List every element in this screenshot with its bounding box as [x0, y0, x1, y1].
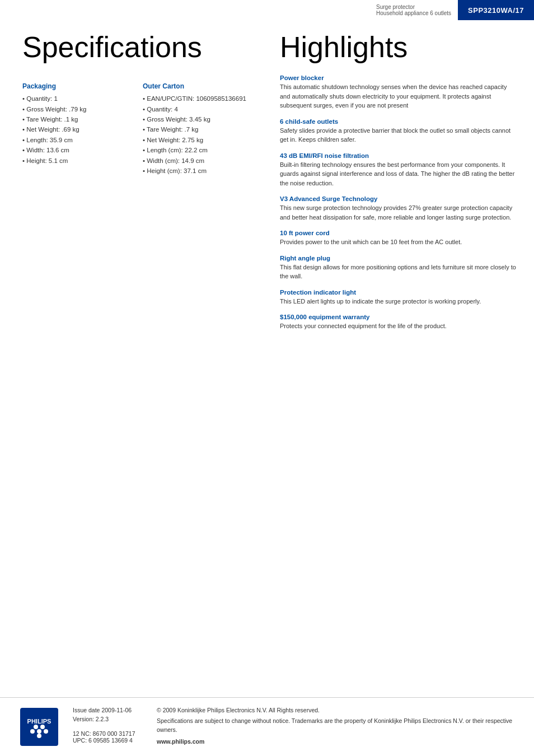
list-item: Tare Weight: .7 kg — [143, 124, 252, 134]
header-bar: Surge protector Household appliance 6 ou… — [0, 0, 534, 20]
specs-columns: Packaging Quantity: 1Gross Weight: .79 k… — [22, 74, 252, 176]
version-value: 2.2.3 — [96, 716, 109, 722]
highlight-item: Protection indicator lightThis LED alert… — [280, 289, 517, 306]
svg-point-3 — [30, 729, 35, 734]
highlight-title: $150,000 equipment warranty — [280, 314, 517, 320]
list-item: Width: 13.6 cm — [22, 145, 132, 155]
upc-value: UPC: 6 09585 13669 4 — [73, 737, 146, 744]
list-item: Length (cm): 22.2 cm — [143, 145, 252, 155]
highlight-title: Right angle plug — [280, 255, 517, 262]
issue-date-label: Issue date — [73, 707, 101, 713]
footer-legal: © 2009 Koninklijke Philips Electronics N… — [157, 707, 517, 745]
philips-logo-svg: PHILIPS — [19, 707, 59, 747]
highlight-item: 10 ft power cordProvides power to the un… — [280, 230, 517, 247]
svg-point-5 — [34, 725, 38, 729]
list-item: Width (cm): 14.9 cm — [143, 156, 252, 166]
highlight-desc: This LED alert lights up to indicate the… — [280, 297, 517, 306]
svg-rect-0 — [20, 708, 58, 746]
list-item: Gross Weight: 3.45 kg — [143, 114, 252, 124]
svg-text:PHILIPS: PHILIPS — [27, 718, 51, 725]
list-item: Length: 35.9 cm — [22, 135, 132, 145]
model-number: SPP3210WA/17 — [458, 0, 534, 20]
philips-logo: PHILIPS — [17, 707, 62, 747]
highlight-desc: This new surge protection technology pro… — [280, 203, 517, 222]
list-item: Net Weight: .69 kg — [22, 124, 132, 134]
version-row: Version: 2.2.3 — [73, 716, 146, 722]
product-sub: Household appliance 6 outlets — [376, 10, 451, 16]
packaging-list: Quantity: 1Gross Weight: .79 kgTare Weig… — [22, 94, 132, 166]
svg-point-7 — [37, 734, 41, 738]
version-label: Version: — [73, 716, 96, 722]
highlight-desc: Safety slides provide a protective barri… — [280, 126, 517, 144]
highlight-item: $150,000 equipment warrantyProtects your… — [280, 314, 517, 331]
highlight-desc: Provides power to the unit which can be … — [280, 237, 517, 247]
highlights-list: Power blockerThis automatic shutdown tec… — [280, 74, 517, 331]
highlight-item: 43 dB EMI/RFI noise filtrationBuilt-in f… — [280, 152, 517, 188]
footer: PHILIPS Issue date 2009-11-06 Version: 2… — [0, 697, 534, 756]
highlights-title: Highlights — [280, 31, 517, 63]
issue-date-row: Issue date 2009-11-06 — [73, 707, 146, 713]
outer-carton-title: Outer Carton — [143, 82, 252, 90]
highlight-title: Protection indicator light — [280, 289, 517, 296]
highlight-desc: This flat design allows for more positio… — [280, 263, 517, 281]
highlight-title: 10 ft power cord — [280, 230, 517, 236]
highlight-title: 6 child-safe outlets — [280, 118, 517, 125]
highlight-item: Power blockerThis automatic shutdown tec… — [280, 74, 517, 110]
outer-carton-list: EAN/UPC/GTIN: 10609585136691Quantity: 4G… — [143, 94, 252, 176]
list-item: Gross Weight: .79 kg — [22, 104, 132, 114]
specifications-column: Specifications Packaging Quantity: 1Gros… — [0, 20, 269, 350]
product-line: Surge protector — [376, 4, 451, 10]
list-item: Quantity: 4 — [143, 104, 252, 114]
list-item: Net Weight: 2.75 kg — [143, 135, 252, 145]
packaging-section: Packaging Quantity: 1Gross Weight: .79 k… — [22, 74, 132, 176]
svg-point-6 — [40, 725, 45, 729]
website-url: www.philips.com — [157, 738, 517, 745]
highlight-title: Power blocker — [280, 74, 517, 81]
svg-point-4 — [44, 729, 48, 734]
nc-value: 12 NC: 8670 000 31717 — [73, 730, 146, 737]
highlight-title: 43 dB EMI/RFI noise filtration — [280, 152, 517, 159]
list-item: Height (cm): 37.1 cm — [143, 166, 252, 176]
highlight-title: V3 Advanced Surge Technology — [280, 195, 517, 202]
main-content: Specifications Packaging Quantity: 1Gros… — [0, 20, 534, 350]
highlight-item: Right angle plugThis flat design allows … — [280, 255, 517, 281]
outer-carton-section: Outer Carton EAN/UPC/GTIN: 1060958513669… — [143, 74, 252, 176]
nc-row: 12 NC: 8670 000 31717 UPC: 6 09585 13669… — [73, 730, 146, 744]
highlight-desc: Protects your connected equipment for th… — [280, 321, 517, 331]
list-item: Height: 5.1 cm — [22, 156, 132, 166]
highlight-item: 6 child-safe outletsSafety slides provid… — [280, 118, 517, 144]
list-item: Quantity: 1 — [22, 94, 132, 104]
highlight-desc: This automatic shutdown technology sense… — [280, 82, 517, 110]
footer-meta: Issue date 2009-11-06 Version: 2.2.3 12 … — [73, 707, 146, 744]
svg-point-2 — [37, 729, 41, 734]
specifications-title: Specifications — [22, 31, 252, 63]
highlights-column: Highlights Power blockerThis automatic s… — [269, 20, 534, 350]
copyright-text: © 2009 Koninklijke Philips Electronics N… — [157, 707, 517, 713]
notice-text: Specifications are subject to change wit… — [157, 717, 517, 735]
list-item: EAN/UPC/GTIN: 10609585136691 — [143, 94, 252, 104]
packaging-title: Packaging — [22, 82, 132, 90]
issue-date-value: 2009-11-06 — [101, 707, 132, 713]
list-item: Tare Weight: .1 kg — [22, 114, 132, 124]
highlight-desc: Built-in filtering technology ensures th… — [280, 160, 517, 188]
highlight-item: V3 Advanced Surge TechnologyThis new sur… — [280, 195, 517, 222]
product-info: Surge protector Household appliance 6 ou… — [369, 0, 458, 20]
